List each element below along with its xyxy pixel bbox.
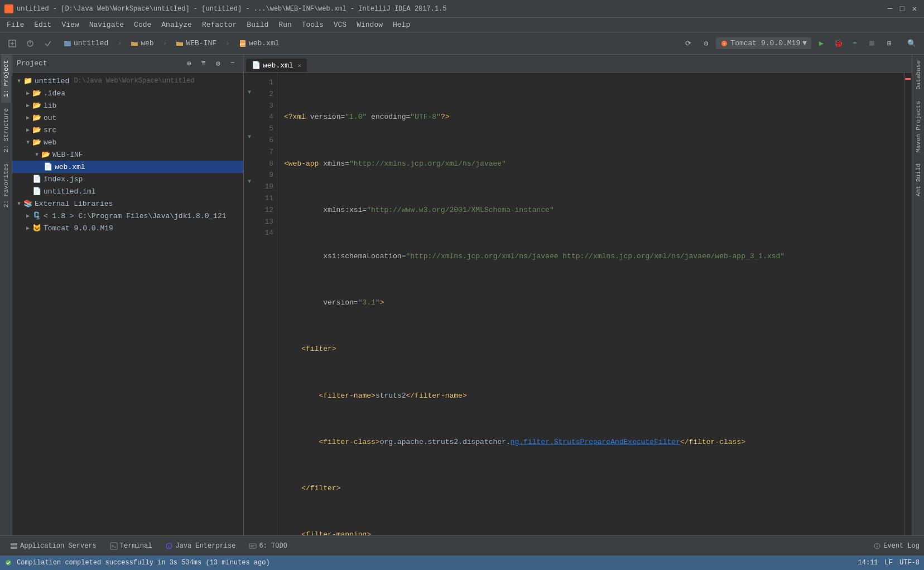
- sidebar-item-project[interactable]: 1: Project: [1, 55, 11, 103]
- line-num-1: 1: [255, 77, 273, 89]
- tree-item-iml[interactable]: 📄 untitled.iml: [12, 185, 243, 197]
- menu-tools[interactable]: Tools: [297, 20, 328, 30]
- maximize-button[interactable]: □: [897, 4, 907, 14]
- svg-point-21: [877, 544, 878, 545]
- tree-label-lib: lib: [44, 102, 56, 110]
- panel-hide-icon[interactable]: −: [227, 57, 239, 70]
- title-bar: untitled - [D:\Java Web\WorkSpace\untitl…: [0, 0, 924, 18]
- tree-arrow-web[interactable]: ▼: [23, 138, 32, 147]
- menu-bar: File Edit View Navigate Code Analyze Ref…: [0, 18, 924, 32]
- bottom-tab-terminal[interactable]: Terminal: [104, 540, 158, 552]
- editor-content[interactable]: ▼ ▼ ▼ 1 2 3 4 5 6: [244, 73, 912, 535]
- tree-arrow-webinf[interactable]: ▼: [32, 150, 41, 159]
- run-config-selector[interactable]: T Tomcat 9.0.0.M19 ▼: [716, 37, 811, 49]
- tree-item-tomcat[interactable]: ▶ 🐱 Tomcat 9.0.0.M19: [12, 222, 243, 234]
- bottom-tab-javaee[interactable]: E Java Enterprise: [160, 540, 241, 552]
- status-encoding[interactable]: UTF-8: [899, 559, 920, 567]
- tree-arrow-untitled[interactable]: ▼: [15, 76, 23, 85]
- jdk-icon: 🗜️: [32, 211, 41, 220]
- tree-arrow-lib[interactable]: ▶: [23, 101, 32, 110]
- menu-window[interactable]: Window: [352, 20, 387, 30]
- code-area[interactable]: <?xml version="1.0" encoding="UTF-8"?> <…: [277, 73, 904, 535]
- status-position[interactable]: 14:11: [858, 559, 878, 567]
- toolbar-icon-3[interactable]: [40, 36, 56, 51]
- tree-item-web[interactable]: ▼ 📂 web: [12, 136, 243, 148]
- error-stripe: [904, 73, 912, 535]
- menu-code[interactable]: Code: [129, 20, 156, 30]
- out-folder-icon: 📂: [32, 113, 41, 122]
- menu-navigate[interactable]: Navigate: [85, 20, 128, 30]
- project-icon: [64, 40, 71, 47]
- menu-help[interactable]: Help: [388, 20, 415, 30]
- toolbar-layout-icon[interactable]: ⊞: [882, 36, 897, 51]
- tree-item-extlibs[interactable]: ▼ 📚 External Libraries: [12, 197, 243, 210]
- tree-item-jdk[interactable]: ▶ 🗜️ < 1.8 > C:\Program Files\Java\jdk1.…: [12, 210, 243, 222]
- close-button[interactable]: ✕: [909, 4, 920, 14]
- menu-vcs[interactable]: VCS: [329, 20, 351, 30]
- panel-collapse-icon[interactable]: ≡: [198, 57, 210, 70]
- menu-file[interactable]: File: [2, 20, 28, 30]
- editor-tab-webxml[interactable]: 📄 web.xml ✕: [246, 59, 307, 72]
- toolbar-icon-2[interactable]: [22, 36, 38, 51]
- run-button[interactable]: ▶: [814, 36, 829, 51]
- tree-item-webxml[interactable]: 📄 web.xml: [12, 161, 243, 173]
- gutter-2[interactable]: ▼: [245, 88, 254, 99]
- toolbar-tab-web[interactable]: web: [125, 37, 159, 50]
- idea-folder-icon: 📂: [32, 89, 41, 98]
- toolbar-settings-icon[interactable]: ⚙: [698, 36, 714, 51]
- menu-edit[interactable]: Edit: [30, 20, 56, 30]
- tree-item-out[interactable]: ▶ 📂 out: [12, 112, 243, 124]
- tab-close-webxml[interactable]: ✕: [298, 62, 302, 69]
- gutter-10[interactable]: ▼: [245, 177, 254, 189]
- toolbar-tab-web-label: web: [141, 39, 153, 47]
- bottom-tab-terminal-label: Terminal: [120, 542, 152, 550]
- toolbar-icon-1[interactable]: [4, 36, 20, 51]
- check-icon: [4, 559, 12, 567]
- tree-item-indexjsp[interactable]: 📄 index.jsp: [12, 173, 243, 185]
- tree-item-lib[interactable]: ▶ 📂 lib: [12, 99, 243, 112]
- toolbar-sync-icon[interactable]: ⟳: [680, 36, 696, 51]
- toolbar-tab-untitled[interactable]: untitled: [58, 37, 114, 50]
- line-num-10: 10: [255, 181, 273, 193]
- sidebar-item-database[interactable]: Database: [913, 55, 923, 95]
- sidebar-item-structure[interactable]: 2: Structure: [1, 103, 11, 158]
- minimize-button[interactable]: ─: [885, 4, 895, 14]
- coverage-button[interactable]: ☂: [847, 36, 863, 51]
- stop-button[interactable]: ⏹: [864, 36, 879, 51]
- svg-text:E: E: [169, 545, 171, 549]
- gutter-3: [245, 99, 254, 110]
- tree-arrow-out[interactable]: ▶: [23, 113, 32, 122]
- panel-locate-icon[interactable]: ⊕: [183, 57, 195, 70]
- toolbar-search-icon[interactable]: 🔍: [904, 36, 920, 51]
- toolbar-tab-webxml[interactable]: xml web.xml: [233, 37, 285, 50]
- tree-item-untitled[interactable]: ▼ 📁 untitled D:\Java Web\WorkSpace\untit…: [12, 75, 243, 87]
- tree-arrow-extlibs[interactable]: ▼: [15, 199, 23, 208]
- tree-arrow-jdk[interactable]: ▶: [23, 211, 32, 220]
- event-log-button[interactable]: Event Log: [873, 542, 920, 550]
- bottom-tab-appservers[interactable]: Application Servers: [4, 540, 102, 552]
- tree-item-src[interactable]: ▶ 📂 src: [12, 124, 243, 136]
- xml-file-icon-toolbar: xml: [239, 40, 247, 47]
- webxml-file-icon: 📄: [44, 162, 52, 171]
- menu-analyze[interactable]: Analyze: [157, 20, 196, 30]
- menu-view[interactable]: View: [57, 20, 83, 30]
- sidebar-item-ant[interactable]: Ant Build: [913, 158, 923, 202]
- menu-refactor[interactable]: Refactor: [198, 20, 241, 30]
- panel-settings-icon[interactable]: ⚙: [212, 57, 224, 70]
- tree-arrow-tomcat[interactable]: ▶: [23, 224, 32, 233]
- sidebar-item-favorites[interactable]: 2: Favorites: [1, 158, 11, 213]
- bottom-tab-todo[interactable]: 6: TODO: [243, 540, 292, 552]
- menu-run[interactable]: Run: [274, 20, 296, 30]
- status-linesep[interactable]: LF: [885, 559, 893, 567]
- menu-build[interactable]: Build: [242, 20, 273, 30]
- sidebar-item-maven[interactable]: Maven Projects: [913, 95, 923, 158]
- tree-arrow-idea[interactable]: ▶: [23, 89, 32, 98]
- gutter-6[interactable]: ▼: [245, 133, 254, 144]
- window-controls[interactable]: ─ □ ✕: [885, 4, 920, 14]
- debug-button[interactable]: 🐞: [830, 36, 846, 51]
- tree-item-idea[interactable]: ▶ 📂 .idea: [12, 87, 243, 99]
- toolbar-tab-webinf[interactable]: WEB-INF: [170, 37, 222, 50]
- code-line-3: xmlns:xsi="http://www.w3.org/2001/XMLSch…: [284, 205, 899, 216]
- tree-item-webinf[interactable]: ▼ 📂 WEB-INF: [12, 148, 243, 161]
- tree-arrow-src[interactable]: ▶: [23, 125, 32, 134]
